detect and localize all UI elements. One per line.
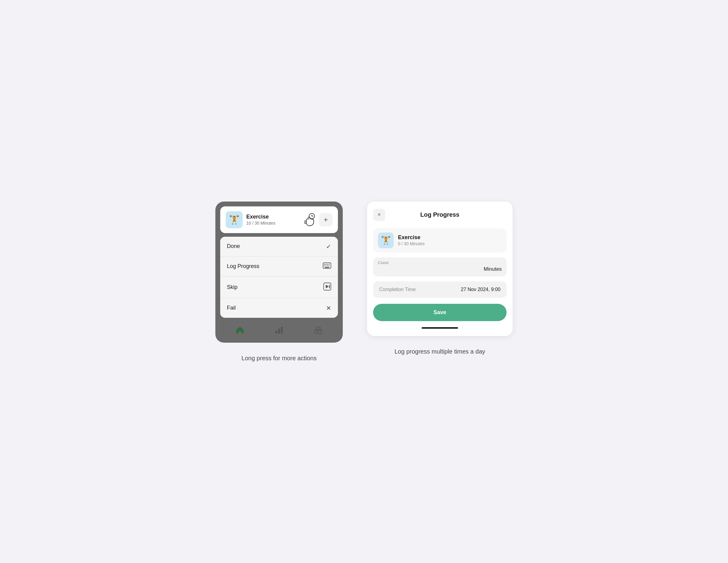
main-container: 🏋️ Exercise 10 / 30 Minutes (197, 201, 531, 362)
modal-habit-title: Exercise (398, 234, 425, 241)
home-indicator (422, 327, 458, 329)
count-unit: Minutes (484, 266, 502, 272)
svg-rect-21 (281, 327, 283, 334)
habit-card-left: 🏋️ Exercise 10 / 30 Minutes (220, 206, 338, 233)
tab-stats[interactable] (275, 326, 284, 336)
svg-rect-9 (327, 264, 328, 265)
right-caption: Log progress multiple times a day (394, 348, 485, 355)
completion-time-value: 27 Nov 2024, 9:00 (461, 287, 501, 292)
svg-rect-7 (324, 264, 325, 265)
habit-progress-left: 10 / 30 Minutes (246, 221, 300, 225)
check-icon: ✓ (326, 243, 331, 250)
x-icon: ✕ (326, 305, 331, 312)
action-done[interactable]: Done ✓ (220, 237, 338, 256)
action-done-label: Done (227, 243, 240, 249)
actions-menu: Done ✓ Log Progress (220, 237, 338, 318)
action-fail-label: Fail (227, 305, 236, 311)
skip-icon (323, 283, 331, 292)
tab-home[interactable] (235, 326, 244, 336)
svg-rect-13 (327, 265, 328, 266)
close-button[interactable]: × (373, 209, 385, 221)
habit-info-left: Exercise 10 / 30 Minutes (246, 214, 300, 225)
svg-rect-12 (325, 265, 326, 266)
habit-icon-left: 🏋️ (226, 211, 243, 228)
svg-rect-11 (324, 265, 325, 266)
count-input-row: Minutes (378, 266, 502, 272)
svg-marker-17 (326, 285, 329, 288)
plus-button-left[interactable]: + (319, 213, 332, 226)
modal-habit-icon: 🏋️ (378, 232, 394, 248)
svg-rect-20 (278, 329, 280, 334)
right-panel: × Log Progress 🏋️ Exercise 0 / 30 Minute… (367, 201, 513, 355)
action-skip-label: Skip (227, 284, 238, 291)
save-button[interactable]: Save (373, 304, 507, 321)
completion-time-label: Completion Time (379, 287, 416, 292)
action-log-label: Log Progress (227, 263, 259, 269)
keyboard-icon (323, 262, 331, 270)
log-progress-modal: × Log Progress 🏋️ Exercise 0 / 30 Minute… (367, 201, 513, 336)
completion-time-row[interactable]: Completion Time 27 Nov 2024, 9:00 (373, 282, 507, 298)
count-label: Count (378, 260, 502, 265)
modal-habit-info: Exercise 0 / 30 Minutes (398, 234, 425, 246)
modal-header: × Log Progress (373, 207, 507, 223)
svg-rect-15 (325, 267, 329, 268)
phone-mock: 🏋️ Exercise 10 / 30 Minutes (215, 201, 343, 343)
modal-title: Log Progress (385, 211, 494, 218)
timer-icon (303, 213, 315, 226)
action-skip[interactable]: Skip (220, 276, 338, 299)
modal-habit-card: 🏋️ Exercise 0 / 30 Minutes (373, 228, 507, 252)
left-caption: Long press for more actions (241, 355, 317, 362)
svg-rect-10 (329, 264, 329, 265)
tab-rewards[interactable] (314, 326, 323, 336)
action-fail[interactable]: Fail ✕ (220, 299, 338, 318)
left-panel: 🏋️ Exercise 10 / 30 Minutes (215, 201, 343, 362)
count-section: Count Minutes (373, 257, 507, 276)
svg-rect-8 (325, 264, 326, 265)
svg-rect-19 (275, 331, 277, 334)
svg-rect-14 (329, 265, 329, 266)
habit-title-left: Exercise (246, 214, 300, 220)
action-log-progress[interactable]: Log Progress (220, 256, 338, 276)
modal-habit-progress: 0 / 30 Minutes (398, 241, 425, 246)
svg-rect-18 (329, 285, 330, 288)
tab-bar (220, 322, 338, 338)
